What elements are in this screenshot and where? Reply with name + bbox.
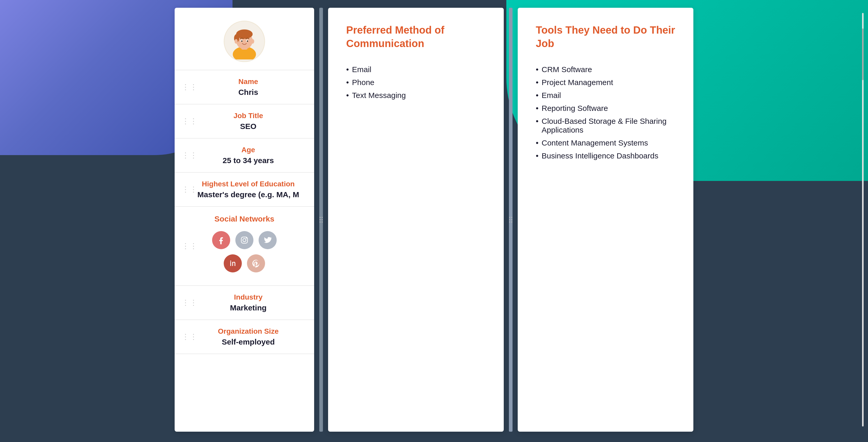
education-field: Highest Level of Education Master's degr… — [175, 173, 314, 207]
education-value: Master's degree (e.g. MA, M — [195, 190, 301, 199]
social-section: Social Networks — [175, 207, 314, 286]
org-size-value: Self-employed — [195, 337, 301, 346]
comm-item-email: Email — [346, 63, 486, 76]
tools-item-reporting: Reporting Software — [536, 102, 675, 115]
divider-left — [319, 8, 323, 432]
page-wrapper: Name Chris Job Title SEO Age 25 to 34 ye… — [0, 0, 868, 442]
avatar-section — [175, 8, 314, 70]
divider-right — [509, 8, 513, 432]
name-value: Chris — [195, 88, 301, 97]
svg-point-8 — [247, 40, 248, 42]
scrollbar-thumb[interactable] — [862, 28, 864, 80]
twitter-icon[interactable] — [258, 231, 277, 249]
org-size-label: Organization Size — [195, 327, 301, 335]
svg-point-9 — [235, 39, 238, 44]
tools-item-bi: Business Intelligence Dashboards — [536, 149, 675, 162]
pinterest-icon[interactable] — [247, 254, 265, 272]
facebook-icon[interactable] — [212, 231, 230, 249]
age-field: Age 25 to 34 years — [175, 139, 314, 173]
comm-item-text: Text Messaging — [346, 89, 486, 102]
communication-card: Preferred Method of Communication Email … — [328, 8, 504, 432]
industry-field: Industry Marketing — [175, 286, 314, 320]
tools-item-pm: Project Management — [536, 76, 675, 89]
name-label: Name — [195, 78, 301, 86]
job-title-field: Job Title SEO — [175, 105, 314, 139]
job-title-value: SEO — [195, 122, 301, 131]
age-label: Age — [195, 146, 301, 154]
tools-item-cms: Content Management Systems — [536, 137, 675, 149]
divider-handle-right[interactable] — [509, 217, 512, 223]
comm-card-title: Preferred Method of Communication — [346, 23, 486, 50]
linkedin-icon[interactable] — [224, 254, 242, 272]
tools-card: Tools They Need to Do Their Job CRM Soft… — [518, 8, 693, 432]
scrollbar-area — [860, 0, 865, 442]
tools-item-email: Email — [536, 89, 675, 102]
tools-card-title: Tools They Need to Do Their Job — [536, 23, 675, 50]
scrollbar-track[interactable] — [862, 13, 864, 426]
tools-item-storage: Cloud-Based Storage & File Sharing Appli… — [536, 115, 675, 137]
tools-list: CRM Software Project Management Email Re… — [536, 63, 675, 162]
social-icons-top-row — [188, 231, 301, 249]
education-label: Highest Level of Education — [195, 180, 301, 188]
age-value: 25 to 34 years — [195, 156, 301, 165]
social-icons-bottom-row — [188, 254, 301, 272]
comm-item-phone: Phone — [346, 76, 486, 89]
profile-card: Name Chris Job Title SEO Age 25 to 34 ye… — [175, 8, 314, 432]
tools-item-crm: CRM Software — [536, 63, 675, 76]
avatar-circle — [224, 21, 265, 62]
industry-label: Industry — [195, 293, 301, 301]
name-field: Name Chris — [175, 70, 314, 105]
svg-point-7 — [241, 40, 243, 42]
avatar-svg — [226, 23, 262, 59]
social-title: Social Networks — [188, 214, 301, 223]
comm-list: Email Phone Text Messaging — [346, 63, 486, 102]
job-title-label: Job Title — [195, 112, 301, 120]
industry-value: Marketing — [195, 303, 301, 312]
org-size-field: Organization Size Self-employed — [175, 320, 314, 354]
divider-handle-left[interactable] — [319, 217, 323, 223]
instagram-icon[interactable] — [235, 231, 253, 249]
svg-point-10 — [251, 39, 254, 44]
svg-point-13 — [246, 238, 247, 239]
svg-point-12 — [243, 239, 246, 242]
